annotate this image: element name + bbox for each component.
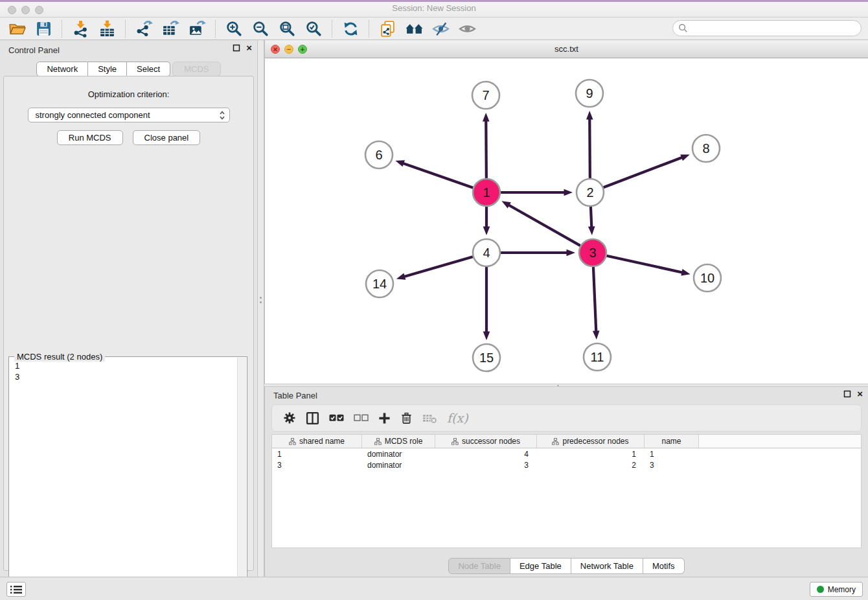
graph-edge-2-8[interactable] (604, 157, 683, 187)
graph-arrowhead (588, 226, 595, 235)
column-header-name[interactable]: name (645, 435, 699, 448)
toolbar-separator (125, 20, 126, 38)
network-window-titlebar[interactable]: ×−+ scc.txt (265, 40, 868, 58)
tab-style[interactable]: Style (88, 62, 127, 76)
export-table-icon[interactable] (157, 19, 184, 39)
graph-edge-3-11[interactable] (593, 267, 596, 333)
zoom-selected-icon[interactable] (301, 19, 327, 39)
import-network-icon[interactable] (67, 19, 94, 39)
deselect-all-icon[interactable] (354, 413, 369, 422)
refresh-icon[interactable] (337, 19, 364, 39)
optimization-dropdown-value: strongly connected component (36, 110, 150, 120)
cell: 3 (272, 461, 362, 470)
task-history-button[interactable] (6, 582, 26, 597)
select-all-icon[interactable] (329, 413, 344, 422)
graph-arrowhead (483, 227, 490, 236)
tab-node-table[interactable]: Node Table (448, 558, 510, 574)
open-session-icon[interactable] (4, 19, 30, 39)
column-header-shared-name[interactable]: shared name (272, 435, 362, 448)
vertical-splitter[interactable] (257, 40, 264, 577)
zoom-in-icon[interactable] (221, 19, 247, 39)
table-panel: Table Panel × f(x) shared nameMCDS roles… (264, 387, 868, 577)
main-titlebar: Session: New Session (0, 0, 868, 17)
graph-edge-1-6[interactable] (402, 163, 473, 187)
graph-node-label: 3 (589, 246, 596, 260)
zoom-fit-icon[interactable] (274, 19, 301, 39)
graph-edge-2-9[interactable] (589, 117, 590, 178)
trash-icon[interactable] (400, 411, 413, 424)
close-panel-icon[interactable]: × (246, 44, 252, 52)
column-header-successor-nodes[interactable]: successor nodes (435, 435, 537, 448)
import-table-icon[interactable] (94, 19, 120, 39)
column-header-predecessor-nodes[interactable]: predecessor nodes (537, 435, 645, 448)
memory-status-icon (817, 586, 824, 593)
fx-icon: f(x) (447, 411, 468, 425)
table-row[interactable]: 1dominator411 (272, 448, 861, 459)
graph-node-label: 10 (700, 271, 714, 285)
export-image-icon[interactable] (184, 19, 211, 39)
optimization-dropdown[interactable]: strongly connected component (28, 108, 230, 122)
graph-edge-4-14[interactable] (403, 257, 473, 277)
cell: 2 (537, 461, 645, 470)
result-scrollbar[interactable] (237, 358, 246, 600)
node-table: shared nameMCDS rolesuccessor nodesprede… (271, 434, 862, 548)
graph-node-label: 7 (482, 88, 489, 102)
graph-node-label: 2 (586, 185, 593, 200)
tab-network[interactable]: Network (36, 62, 88, 76)
app-window: Session: New Session Control Panel × Net… (0, 0, 868, 600)
table-row[interactable]: 3dominator323 (272, 459, 861, 470)
columns-icon[interactable] (306, 411, 319, 425)
graph-arrowhead (593, 330, 600, 340)
run-mcds-button[interactable]: Run MCDS (57, 130, 123, 145)
tab-select[interactable]: Select (127, 62, 170, 76)
tab-motifs[interactable]: Motifs (643, 558, 685, 574)
table-panel-tabs: Node TableEdge TableNetwork TableMotifs (265, 558, 868, 574)
app-title: Session: New Session (0, 3, 868, 13)
memory-button[interactable]: Memory (810, 582, 863, 597)
graph-arrowhead (483, 332, 490, 341)
plus-icon[interactable] (378, 412, 391, 424)
zoom-out-icon[interactable] (247, 19, 274, 39)
graph-node-label: 1 (483, 185, 490, 200)
toolbar-separator (62, 20, 63, 38)
tab-mcds[interactable]: MCDS (172, 62, 220, 76)
table-panel-title: Table Panel (273, 391, 317, 400)
search-icon (678, 23, 688, 33)
graph-edge-3-1[interactable] (508, 204, 580, 246)
cell: dominator (362, 461, 435, 470)
node-table-header: shared nameMCDS rolesuccessor nodesprede… (272, 435, 861, 448)
graph-arrowhead (586, 111, 593, 120)
graph-node-label: 14 (372, 277, 387, 291)
float-panel-icon[interactable] (233, 44, 240, 52)
graph-edge-3-10[interactable] (606, 256, 683, 273)
float-table-panel-icon[interactable] (843, 390, 851, 398)
gear-icon[interactable] (283, 411, 296, 424)
graph-arrowhead (483, 113, 490, 122)
graph-node-label: 6 (375, 148, 382, 162)
cell: 1 (537, 450, 645, 459)
graph-node-label: 9 (586, 86, 593, 100)
close-panel-button[interactable]: Close panel (133, 130, 201, 145)
tab-network-table[interactable]: Network Table (571, 558, 643, 574)
graph-arrowhead (501, 201, 510, 208)
export-network-icon[interactable] (131, 19, 157, 39)
graph-node-label: 15 (479, 351, 494, 365)
column-header-MCDS-role[interactable]: MCDS role (362, 435, 435, 448)
search-input[interactable] (672, 20, 862, 36)
close-table-panel-icon[interactable]: × (857, 390, 863, 398)
result-line: 1 (15, 360, 241, 371)
network-canvas[interactable]: 1234678910111415 (265, 58, 868, 384)
graph-edge-1-7[interactable] (486, 119, 486, 178)
toolbar-separator (332, 20, 333, 38)
hide-panel-eye-icon[interactable] (428, 19, 454, 39)
show-eye-icon[interactable] (454, 19, 481, 39)
graph-arrowhead (564, 189, 573, 196)
graph-node-label: 4 (483, 246, 490, 260)
graph-arrowhead (567, 249, 576, 257)
home-icon[interactable] (401, 19, 428, 39)
tab-edge-table[interactable]: Edge Table (510, 558, 571, 574)
save-session-icon[interactable] (30, 19, 57, 39)
duplicate-network-icon[interactable] (374, 19, 401, 39)
graph-edge-2-3[interactable] (591, 207, 591, 229)
graph-node-label: 8 (702, 141, 709, 156)
